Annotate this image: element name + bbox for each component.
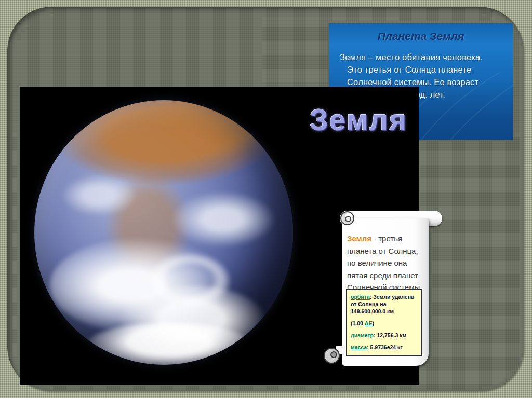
earth-caption-3d: Земля <box>310 103 424 137</box>
au-link[interactable]: АЕ <box>365 320 373 326</box>
slide-background: Планета Земля Земля – место обитания чел… <box>0 0 532 398</box>
info-panel-text-line: Земля – место обитания человека. <box>340 51 513 63</box>
au-prefix: (1.00 <box>351 320 365 326</box>
scroll-curl-spiral <box>345 216 351 222</box>
fact-diameter: диаметр: 12,756.3 км <box>351 332 418 339</box>
scroll-note: Земля - третья планета от Солнца, по вел… <box>303 210 444 370</box>
slide-inner-area: Планета Земля Земля – место обитания чел… <box>7 7 524 391</box>
au-suffix: ) <box>372 320 374 326</box>
facts-box: орбита: Земли удалена от Солнца на 149,6… <box>346 289 422 356</box>
fact-mass: масса: 5.9736e24 кг <box>351 344 418 351</box>
earth-cloud-decoration <box>86 322 252 365</box>
scroll-curl-spiral <box>330 351 337 358</box>
info-panel-title: Планета Земля <box>333 30 509 43</box>
mass-value: : 5.9736e24 кг <box>367 344 403 350</box>
fact-orbit: орбита: Земли удалена от Солнца на 149,6… <box>351 293 418 315</box>
earth-cloud-decoration <box>169 190 277 248</box>
diameter-link[interactable]: диаметр <box>351 332 374 338</box>
earth-cloud-decoration <box>60 174 138 217</box>
fact-au: (1.00 АЕ) <box>351 320 418 327</box>
scroll-intro-highlight: Земля <box>347 234 371 243</box>
scroll-bottom-curl <box>324 348 340 364</box>
diameter-value: : 12,756.3 км <box>374 332 406 338</box>
earth-cloud-decoration <box>138 246 241 315</box>
orbit-link[interactable]: орбита <box>351 294 370 300</box>
earth-image-box: Земля Земля - третья планета от Солнца, … <box>20 87 419 385</box>
scroll-top-curl <box>340 211 354 225</box>
mass-link[interactable]: масса <box>351 344 367 350</box>
earth-photo <box>34 100 293 365</box>
scroll-intro-text: Земля - третья планета от Солнца, по вел… <box>347 232 427 294</box>
